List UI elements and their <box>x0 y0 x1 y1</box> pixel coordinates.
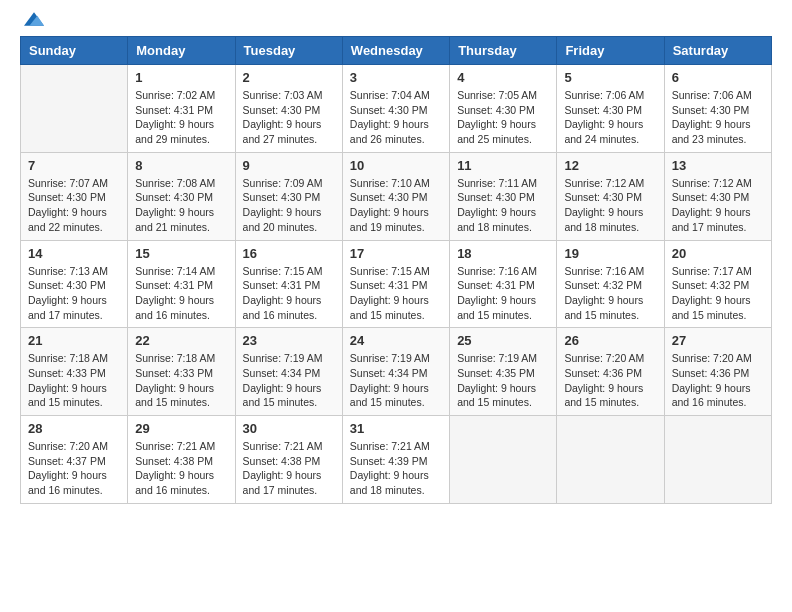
calendar-cell: 13Sunrise: 7:12 AM Sunset: 4:30 PM Dayli… <box>664 152 771 240</box>
day-number: 29 <box>135 421 227 436</box>
calendar-week-row: 14Sunrise: 7:13 AM Sunset: 4:30 PM Dayli… <box>21 240 772 328</box>
calendar-cell: 26Sunrise: 7:20 AM Sunset: 4:36 PM Dayli… <box>557 328 664 416</box>
day-number: 4 <box>457 70 549 85</box>
calendar-cell: 11Sunrise: 7:11 AM Sunset: 4:30 PM Dayli… <box>450 152 557 240</box>
calendar-cell: 4Sunrise: 7:05 AM Sunset: 4:30 PM Daylig… <box>450 65 557 153</box>
day-number: 18 <box>457 246 549 261</box>
calendar-cell: 12Sunrise: 7:12 AM Sunset: 4:30 PM Dayli… <box>557 152 664 240</box>
day-info: Sunrise: 7:15 AM Sunset: 4:31 PM Dayligh… <box>350 264 442 323</box>
day-info: Sunrise: 7:07 AM Sunset: 4:30 PM Dayligh… <box>28 176 120 235</box>
calendar-cell: 9Sunrise: 7:09 AM Sunset: 4:30 PM Daylig… <box>235 152 342 240</box>
day-number: 30 <box>243 421 335 436</box>
column-header-tuesday: Tuesday <box>235 37 342 65</box>
calendar-cell: 27Sunrise: 7:20 AM Sunset: 4:36 PM Dayli… <box>664 328 771 416</box>
day-number: 15 <box>135 246 227 261</box>
calendar-cell: 17Sunrise: 7:15 AM Sunset: 4:31 PM Dayli… <box>342 240 449 328</box>
calendar-cell: 25Sunrise: 7:19 AM Sunset: 4:35 PM Dayli… <box>450 328 557 416</box>
calendar-cell: 20Sunrise: 7:17 AM Sunset: 4:32 PM Dayli… <box>664 240 771 328</box>
column-header-wednesday: Wednesday <box>342 37 449 65</box>
calendar-cell: 18Sunrise: 7:16 AM Sunset: 4:31 PM Dayli… <box>450 240 557 328</box>
day-number: 24 <box>350 333 442 348</box>
day-number: 22 <box>135 333 227 348</box>
day-number: 21 <box>28 333 120 348</box>
day-info: Sunrise: 7:20 AM Sunset: 4:37 PM Dayligh… <box>28 439 120 498</box>
day-info: Sunrise: 7:16 AM Sunset: 4:32 PM Dayligh… <box>564 264 656 323</box>
calendar-week-row: 1Sunrise: 7:02 AM Sunset: 4:31 PM Daylig… <box>21 65 772 153</box>
day-number: 10 <box>350 158 442 173</box>
day-number: 26 <box>564 333 656 348</box>
calendar-cell: 5Sunrise: 7:06 AM Sunset: 4:30 PM Daylig… <box>557 65 664 153</box>
day-info: Sunrise: 7:12 AM Sunset: 4:30 PM Dayligh… <box>672 176 764 235</box>
column-header-sunday: Sunday <box>21 37 128 65</box>
calendar-cell <box>664 416 771 504</box>
calendar-cell <box>450 416 557 504</box>
calendar-table: SundayMondayTuesdayWednesdayThursdayFrid… <box>20 36 772 504</box>
column-header-monday: Monday <box>128 37 235 65</box>
day-number: 3 <box>350 70 442 85</box>
calendar-cell: 16Sunrise: 7:15 AM Sunset: 4:31 PM Dayli… <box>235 240 342 328</box>
calendar-cell <box>557 416 664 504</box>
day-info: Sunrise: 7:11 AM Sunset: 4:30 PM Dayligh… <box>457 176 549 235</box>
day-info: Sunrise: 7:06 AM Sunset: 4:30 PM Dayligh… <box>564 88 656 147</box>
calendar-cell: 1Sunrise: 7:02 AM Sunset: 4:31 PM Daylig… <box>128 65 235 153</box>
day-number: 17 <box>350 246 442 261</box>
day-number: 9 <box>243 158 335 173</box>
day-info: Sunrise: 7:12 AM Sunset: 4:30 PM Dayligh… <box>564 176 656 235</box>
calendar-week-row: 7Sunrise: 7:07 AM Sunset: 4:30 PM Daylig… <box>21 152 772 240</box>
day-info: Sunrise: 7:18 AM Sunset: 4:33 PM Dayligh… <box>28 351 120 410</box>
day-number: 7 <box>28 158 120 173</box>
day-number: 1 <box>135 70 227 85</box>
day-info: Sunrise: 7:19 AM Sunset: 4:34 PM Dayligh… <box>350 351 442 410</box>
day-info: Sunrise: 7:09 AM Sunset: 4:30 PM Dayligh… <box>243 176 335 235</box>
day-number: 23 <box>243 333 335 348</box>
calendar-header-row: SundayMondayTuesdayWednesdayThursdayFrid… <box>21 37 772 65</box>
calendar-cell: 6Sunrise: 7:06 AM Sunset: 4:30 PM Daylig… <box>664 65 771 153</box>
calendar-week-row: 21Sunrise: 7:18 AM Sunset: 4:33 PM Dayli… <box>21 328 772 416</box>
day-info: Sunrise: 7:04 AM Sunset: 4:30 PM Dayligh… <box>350 88 442 147</box>
day-number: 31 <box>350 421 442 436</box>
day-number: 16 <box>243 246 335 261</box>
calendar-cell: 30Sunrise: 7:21 AM Sunset: 4:38 PM Dayli… <box>235 416 342 504</box>
day-info: Sunrise: 7:21 AM Sunset: 4:38 PM Dayligh… <box>135 439 227 498</box>
day-number: 8 <box>135 158 227 173</box>
day-info: Sunrise: 7:02 AM Sunset: 4:31 PM Dayligh… <box>135 88 227 147</box>
calendar-cell: 14Sunrise: 7:13 AM Sunset: 4:30 PM Dayli… <box>21 240 128 328</box>
calendar-cell: 24Sunrise: 7:19 AM Sunset: 4:34 PM Dayli… <box>342 328 449 416</box>
calendar-cell: 2Sunrise: 7:03 AM Sunset: 4:30 PM Daylig… <box>235 65 342 153</box>
day-info: Sunrise: 7:21 AM Sunset: 4:38 PM Dayligh… <box>243 439 335 498</box>
calendar-cell: 7Sunrise: 7:07 AM Sunset: 4:30 PM Daylig… <box>21 152 128 240</box>
calendar-cell: 19Sunrise: 7:16 AM Sunset: 4:32 PM Dayli… <box>557 240 664 328</box>
day-number: 20 <box>672 246 764 261</box>
column-header-thursday: Thursday <box>450 37 557 65</box>
day-info: Sunrise: 7:20 AM Sunset: 4:36 PM Dayligh… <box>672 351 764 410</box>
calendar-week-row: 28Sunrise: 7:20 AM Sunset: 4:37 PM Dayli… <box>21 416 772 504</box>
calendar-cell: 10Sunrise: 7:10 AM Sunset: 4:30 PM Dayli… <box>342 152 449 240</box>
day-info: Sunrise: 7:15 AM Sunset: 4:31 PM Dayligh… <box>243 264 335 323</box>
day-number: 5 <box>564 70 656 85</box>
day-number: 12 <box>564 158 656 173</box>
page-header <box>20 20 772 26</box>
day-number: 6 <box>672 70 764 85</box>
calendar-cell: 15Sunrise: 7:14 AM Sunset: 4:31 PM Dayli… <box>128 240 235 328</box>
day-number: 19 <box>564 246 656 261</box>
calendar-cell: 31Sunrise: 7:21 AM Sunset: 4:39 PM Dayli… <box>342 416 449 504</box>
day-info: Sunrise: 7:18 AM Sunset: 4:33 PM Dayligh… <box>135 351 227 410</box>
day-number: 13 <box>672 158 764 173</box>
day-info: Sunrise: 7:03 AM Sunset: 4:30 PM Dayligh… <box>243 88 335 147</box>
day-info: Sunrise: 7:10 AM Sunset: 4:30 PM Dayligh… <box>350 176 442 235</box>
day-number: 14 <box>28 246 120 261</box>
calendar-cell: 21Sunrise: 7:18 AM Sunset: 4:33 PM Dayli… <box>21 328 128 416</box>
calendar-cell: 29Sunrise: 7:21 AM Sunset: 4:38 PM Dayli… <box>128 416 235 504</box>
calendar-cell: 23Sunrise: 7:19 AM Sunset: 4:34 PM Dayli… <box>235 328 342 416</box>
calendar-cell <box>21 65 128 153</box>
calendar-cell: 8Sunrise: 7:08 AM Sunset: 4:30 PM Daylig… <box>128 152 235 240</box>
day-info: Sunrise: 7:06 AM Sunset: 4:30 PM Dayligh… <box>672 88 764 147</box>
day-number: 27 <box>672 333 764 348</box>
day-number: 28 <box>28 421 120 436</box>
day-info: Sunrise: 7:19 AM Sunset: 4:35 PM Dayligh… <box>457 351 549 410</box>
calendar-cell: 3Sunrise: 7:04 AM Sunset: 4:30 PM Daylig… <box>342 65 449 153</box>
day-number: 2 <box>243 70 335 85</box>
day-info: Sunrise: 7:13 AM Sunset: 4:30 PM Dayligh… <box>28 264 120 323</box>
logo <box>20 20 44 26</box>
day-info: Sunrise: 7:21 AM Sunset: 4:39 PM Dayligh… <box>350 439 442 498</box>
